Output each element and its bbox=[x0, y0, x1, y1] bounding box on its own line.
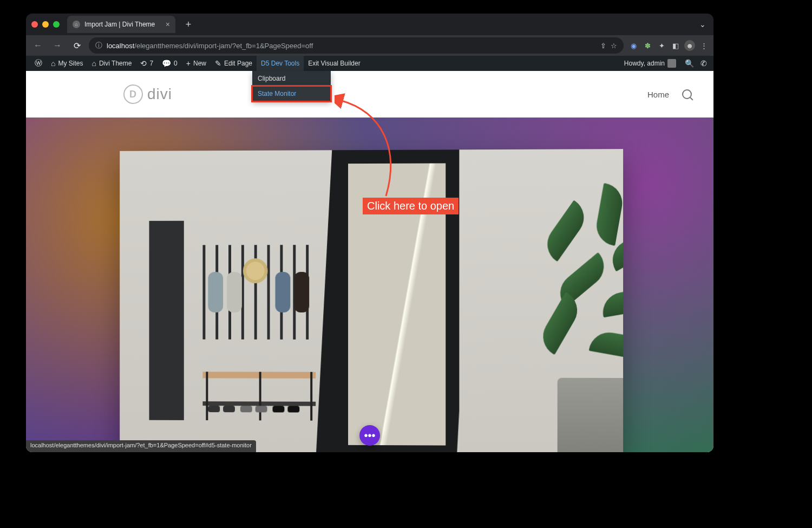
comments-icon: 💬 bbox=[162, 59, 171, 68]
scene-plant-pot bbox=[558, 378, 623, 452]
scene-coat-4 bbox=[294, 272, 309, 312]
favicon-icon: ⌂ bbox=[73, 21, 80, 28]
logo-text: divi bbox=[147, 86, 172, 103]
extension-icons: ◉ ✽ ✦ ◧ ☻ ⋮ bbox=[628, 40, 709, 51]
nav-search-icon[interactable] bbox=[682, 89, 692, 99]
site-name-menu[interactable]: ⌂Divi Theme bbox=[87, 56, 136, 71]
site-header: D divi Home bbox=[26, 71, 713, 118]
wp-admin-bar: ⓦ ⌂My Sites ⌂Divi Theme ⟲7 💬0 +New ✎Edit… bbox=[26, 56, 713, 71]
browser-status-bar: localhost/elegantthemes/divi/import-jam/… bbox=[26, 440, 256, 452]
tab-title: Import Jam | Divi Theme bbox=[84, 21, 155, 28]
phone-icon: ✆ bbox=[700, 59, 707, 68]
maximize-window-button[interactable] bbox=[53, 21, 60, 28]
browser-toolbar: ← → ⟳ ⓘ localhost/elegantthemes/divi/imp… bbox=[26, 35, 713, 56]
scene-hat bbox=[243, 258, 268, 283]
dropdown-item-state-monitor[interactable]: State Monitor bbox=[252, 86, 331, 101]
close-window-button[interactable] bbox=[31, 21, 38, 28]
url-text: localhost/elegantthemes/divi/import-jam/… bbox=[107, 42, 596, 50]
back-button[interactable]: ← bbox=[30, 38, 45, 53]
phone-toggle[interactable]: ✆ bbox=[698, 59, 709, 68]
scene-plant bbox=[514, 198, 623, 389]
scene-coat-1 bbox=[208, 272, 223, 312]
user-avatar-icon bbox=[667, 59, 676, 68]
new-label: New bbox=[193, 60, 206, 67]
close-tab-button[interactable]: × bbox=[166, 20, 170, 29]
divi-builder-fab[interactable]: ••• bbox=[359, 425, 380, 446]
updates-count: 7 bbox=[149, 60, 153, 67]
share-icon[interactable]: ⇧ bbox=[600, 42, 606, 50]
scene-coat-3 bbox=[275, 272, 290, 312]
site-name-label: Divi Theme bbox=[99, 60, 132, 67]
reload-button[interactable]: ⟳ bbox=[69, 38, 84, 53]
dropdown-item-label: Clipboard bbox=[258, 75, 285, 82]
expand-tabs-button[interactable]: ⌄ bbox=[699, 20, 706, 29]
my-sites-label: My Sites bbox=[58, 60, 83, 67]
wordpress-icon: ⓦ bbox=[35, 58, 42, 68]
d5-dev-tools-menu[interactable]: D5 Dev Tools bbox=[257, 56, 304, 71]
url-bar[interactable]: ⓘ localhost/elegantthemes/divi/import-ja… bbox=[89, 37, 624, 54]
profile-avatar-button[interactable]: ☻ bbox=[684, 40, 695, 51]
plus-icon: + bbox=[186, 59, 191, 68]
howdy-account-menu[interactable]: Howdy, admin bbox=[620, 59, 680, 68]
howdy-label: Howdy, admin bbox=[624, 60, 665, 67]
updates-menu[interactable]: ⟲7 bbox=[136, 56, 158, 71]
edit-page-label: Edit Page bbox=[224, 60, 252, 67]
new-content-menu[interactable]: +New bbox=[182, 56, 211, 71]
extensions-menu-icon[interactable]: ✦ bbox=[656, 40, 667, 51]
dropdown-item-clipboard[interactable]: Clipboard bbox=[252, 71, 331, 86]
minimize-window-button[interactable] bbox=[42, 21, 49, 28]
site-icon: ⌂ bbox=[91, 59, 96, 68]
tab-strip: ⌂ Import Jam | Divi Theme × + ⌄ bbox=[26, 14, 713, 35]
d5-dev-tools-dropdown: Clipboard State Monitor bbox=[252, 71, 331, 101]
search-toggle[interactable]: 🔍 bbox=[683, 59, 696, 68]
chrome-menu-button[interactable]: ⋮ bbox=[698, 40, 709, 51]
site-info-icon[interactable]: ⓘ bbox=[95, 41, 102, 50]
hero-image bbox=[120, 149, 623, 452]
dots-icon: ••• bbox=[364, 429, 375, 442]
scene-bench bbox=[202, 342, 316, 418]
annotation-label: Click here to open bbox=[363, 198, 459, 214]
new-tab-button[interactable]: + bbox=[181, 17, 196, 32]
exit-builder-label: Exit Visual Builder bbox=[308, 60, 361, 67]
my-sites-menu[interactable]: ⌂My Sites bbox=[47, 56, 87, 71]
extension-icon-2[interactable]: ✽ bbox=[642, 40, 653, 51]
primary-nav: Home bbox=[647, 89, 692, 99]
updates-icon: ⟲ bbox=[140, 59, 147, 68]
wp-logo-menu[interactable]: ⓦ bbox=[30, 56, 47, 71]
bookmark-icon[interactable]: ☆ bbox=[611, 42, 617, 50]
forward-button[interactable]: → bbox=[50, 38, 65, 53]
window-controls bbox=[31, 21, 60, 28]
exit-visual-builder-link[interactable]: Exit Visual Builder bbox=[304, 56, 365, 71]
scene-coat-2 bbox=[227, 272, 242, 312]
scene-dark-door bbox=[149, 221, 184, 420]
dev-tools-label: D5 Dev Tools bbox=[261, 60, 299, 67]
edit-page-link[interactable]: ✎Edit Page bbox=[211, 56, 257, 71]
comments-menu[interactable]: 💬0 bbox=[158, 56, 182, 71]
site-logo[interactable]: D divi bbox=[123, 84, 172, 104]
side-panel-icon[interactable]: ◧ bbox=[670, 40, 681, 51]
extension-icon-1[interactable]: ◉ bbox=[628, 40, 639, 51]
home-icon: ⌂ bbox=[51, 59, 55, 68]
logo-badge-icon: D bbox=[123, 84, 143, 104]
browser-window: ⌂ Import Jam | Divi Theme × + ⌄ ← → ⟳ ⓘ … bbox=[26, 14, 713, 452]
hero-section: ••• bbox=[26, 118, 713, 452]
comments-count: 0 bbox=[174, 60, 178, 67]
nav-home-link[interactable]: Home bbox=[647, 90, 669, 99]
pencil-icon: ✎ bbox=[215, 59, 221, 68]
search-icon: 🔍 bbox=[685, 59, 694, 68]
dropdown-item-label: State Monitor bbox=[258, 90, 296, 97]
page-content: D divi Home bbox=[26, 71, 713, 452]
browser-tab[interactable]: ⌂ Import Jam | Divi Theme × bbox=[67, 16, 175, 33]
